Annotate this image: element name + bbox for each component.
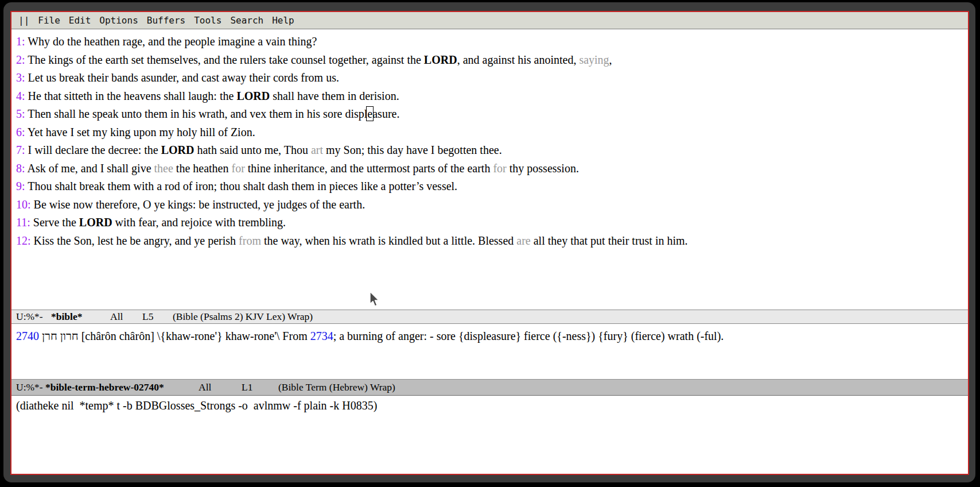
text-segment: Let us break their bands asunder, and ca… (28, 71, 339, 84)
modeline-flags: U:%*- (16, 311, 51, 323)
modeline-flags: U:%*- (16, 381, 45, 393)
verse-number: 1: (16, 35, 28, 48)
menu-item-options[interactable]: Options (99, 15, 138, 26)
text-segment: thine inheritance, and the uttermost par… (245, 162, 493, 175)
verse-number: 8: (16, 162, 27, 175)
lexicon-buffer[interactable]: 2740 חרון חרן [chârôn chârôn] \{khaw-ron… (11, 324, 968, 379)
text-segment: LORD (236, 90, 270, 102)
text-segment: for (493, 162, 506, 175)
text-segment: Why do the heathen rage, and the people … (28, 35, 317, 48)
text-segment: ; a burning of anger: - sore {displeasur… (333, 330, 724, 342)
text-segment: LORD (79, 216, 112, 229)
modeline-position: All (110, 311, 142, 323)
verse-number: 3: (16, 71, 28, 84)
verse-line: 2: The kings of the earth set themselves… (16, 51, 968, 69)
menu-item-edit[interactable]: Edit (69, 15, 91, 26)
modeline-bible[interactable]: U:%*- *bible* All L5 (Bible (Psalms 2) K… (11, 310, 968, 324)
text-segment: from (239, 234, 261, 247)
menu-item-[interactable]: || (18, 15, 29, 26)
text-segment: with fear, and rejoice with trembling. (112, 216, 286, 229)
text-segment: Yet have I set my king upon my holy hill… (28, 126, 255, 138)
modeline-modes[interactable]: (Bible (Psalms 2) KJV Lex) Wrap) (173, 311, 313, 323)
text-segment: shall have them in derision. (270, 90, 399, 102)
verse-line: 12: Kiss the Son, lest he be angry, and … (16, 232, 968, 250)
menu-item-file[interactable]: File (38, 15, 60, 26)
text-segment: LORD (161, 144, 195, 156)
verse-number: 12: (16, 234, 34, 247)
verse-number: 5: (16, 107, 28, 120)
text-segment: [chârôn chârôn] \{khaw-rone'} khaw-rone'… (81, 330, 310, 342)
hebrew-word: חרון חרן (39, 330, 81, 342)
text-cursor: e (367, 107, 372, 120)
strongs-number-link[interactable]: 2734 (310, 330, 333, 342)
verse-line: 9: Thou shalt break them with a rod of i… (16, 177, 968, 196)
window-chrome: ||FileEditOptionsBuffersToolsSearchHelp … (3, 2, 975, 482)
verse-line: 1: Why do the heathen rage, and the peop… (16, 33, 968, 51)
strongs-number-link[interactable]: 2740 (16, 330, 39, 342)
echo-area[interactable]: (diatheke nil *temp* t -b BDBGlosses_Str… (11, 396, 968, 474)
text-segment: my Son; this day have I begotten thee. (323, 144, 502, 156)
text-segment: hath said unto me, Thou (194, 144, 311, 156)
menu-bar[interactable]: ||FileEditOptionsBuffersToolsSearchHelp (11, 12, 968, 29)
verse-line: 10: Be wise now therefore, O ye kings: b… (16, 196, 968, 214)
menu-item-help[interactable]: Help (272, 15, 294, 26)
text-segment: asure. (372, 107, 399, 120)
text-segment: Serve the (33, 216, 79, 229)
emacs-frame: ||FileEditOptionsBuffersToolsSearchHelp … (10, 11, 969, 475)
text-segment: the heathen (173, 162, 232, 175)
verse-line: 7: I will declare the decree: the LORD h… (16, 141, 968, 160)
text-segment: , and against his anointed, (457, 53, 580, 66)
verse-number: 9: (16, 180, 28, 192)
verse-number: 11: (16, 216, 33, 229)
menu-item-tools[interactable]: Tools (194, 15, 221, 26)
verse-line: 8: Ask of me, and I shall give thee the … (16, 160, 968, 178)
text-segment: thy possession. (507, 162, 579, 175)
text-segment: art (311, 144, 323, 156)
text-segment: Ask of me, and I shall give (27, 162, 154, 175)
text-segment: the way, when his wrath is kindled but a… (261, 234, 516, 247)
text-segment: Thou shalt break them with a rod of iron… (28, 180, 457, 192)
verse-number: 10: (16, 198, 34, 211)
verse-number: 6: (16, 126, 28, 138)
menu-item-search[interactable]: Search (230, 15, 263, 26)
verse-line: 3: Let us break their bands asunder, and… (16, 69, 968, 87)
verse-number: 2: (16, 53, 28, 66)
lexicon-entry: 2740 חרון חרן [chârôn chârôn] \{khaw-ron… (16, 327, 968, 345)
text-segment: , (609, 53, 612, 66)
text-segment: are (516, 234, 530, 247)
modeline-position: All (199, 381, 242, 393)
verse-line: 11: Serve the LORD with fear, and rejoic… (16, 214, 968, 232)
modeline-modes[interactable]: (Bible Term (Hebrew) Wrap) (278, 381, 395, 393)
bible-buffer[interactable]: 1: Why do the heathen rage, and the peop… (11, 29, 968, 310)
menu-item-buffers[interactable]: Buffers (147, 15, 185, 26)
verse-number: 4: (16, 90, 28, 102)
text-segment: He that sitteth in the heavens shall lau… (28, 90, 237, 102)
text-segment: I will declare the decree: the (28, 144, 161, 156)
modeline-buffer-name[interactable]: *bible* (51, 311, 110, 323)
text-segment: LORD (424, 53, 457, 66)
modeline-lexicon[interactable]: U:%*- *bible-term-hebrew-02740* All L1 (… (11, 379, 968, 396)
verse-line: 5: Then shall he speak unto them in his … (16, 105, 968, 123)
text-segment: thee (154, 162, 173, 175)
text-segment: saying (579, 53, 609, 66)
verse-number: 7: (16, 144, 28, 156)
text-segment: Then shall he speak unto them in his wra… (28, 107, 367, 120)
text-segment: Kiss the Son, lest he be angry, and ye p… (34, 234, 239, 247)
modeline-buffer-name[interactable]: *bible-term-hebrew-02740* (45, 381, 199, 393)
modeline-line-number: L5 (142, 311, 173, 323)
text-segment: Be wise now therefore, O ye kings: be in… (34, 198, 365, 211)
modeline-line-number: L1 (242, 381, 278, 393)
text-segment: The kings of the earth set themselves, a… (28, 53, 424, 66)
verse-line: 6: Yet have I set my king upon my holy h… (16, 123, 968, 142)
text-segment: all they that put their trust in him. (531, 234, 688, 247)
verse-line: 4: He that sitteth in the heavens shall … (16, 87, 968, 106)
text-segment: for (231, 162, 244, 175)
